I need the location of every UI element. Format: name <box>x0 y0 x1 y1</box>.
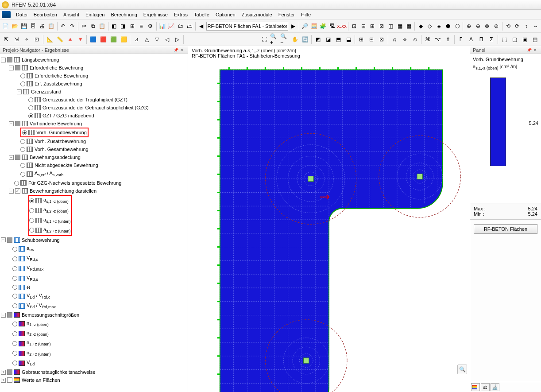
tb-af[interactable]: ⟳ <box>513 21 522 31</box>
radio[interactable] <box>20 139 25 144</box>
radio[interactable] <box>29 228 34 233</box>
tb-p[interactable]: ⊟ <box>359 21 368 31</box>
tree-n2-oben[interactable]: n2,-z (oben) <box>27 329 49 338</box>
app-logo[interactable] <box>2 11 11 18</box>
tb-b[interactable]: ◨ <box>119 21 128 31</box>
t2-ag[interactable]: ▣ <box>520 35 529 44</box>
t2-i[interactable]: 🟦 <box>88 35 98 44</box>
tree-abdeck[interactable]: Bewehrungsabdeckung <box>30 153 81 161</box>
menu-tabelle[interactable]: Tabelle <box>191 11 212 18</box>
undo-icon[interactable]: ↶ <box>59 21 68 31</box>
tree-schub[interactable]: Schubbewehrung <box>22 236 60 244</box>
toggle-icon[interactable]: − <box>9 66 14 70</box>
t2-g[interactable]: 🔺 <box>65 35 75 44</box>
menu-datei[interactable]: Datei <box>13 11 30 18</box>
t2-x[interactable]: ⌘ <box>423 35 433 44</box>
t2-b[interactable]: ⇲ <box>12 35 21 44</box>
menu-extras[interactable]: Extras <box>171 11 190 18</box>
t2-a[interactable]: ⇱ <box>1 35 11 44</box>
t2-view4[interactable]: ⬓ <box>344 35 353 44</box>
tb-ag[interactable]: ↕ <box>522 21 531 31</box>
t2-e[interactable]: 📐 <box>45 35 54 44</box>
t2-j[interactable]: 🟥 <box>98 35 108 44</box>
t2-d[interactable]: ⊡ <box>32 35 42 44</box>
t2-u[interactable]: ⎌ <box>390 35 399 44</box>
tree-asw[interactable]: asw <box>27 244 34 254</box>
tb-g[interactable]: 📈 <box>167 21 176 31</box>
tree-vorh-gesamt[interactable]: Vorh. Gesamtbewehrung <box>35 145 89 153</box>
tree-werte[interactable]: Werte an Flächen <box>22 376 60 384</box>
tb-d[interactable]: ≡ <box>137 21 146 31</box>
tree-theta[interactable]: ϴ <box>27 283 31 291</box>
save-icon[interactable]: 💾 <box>19 21 28 31</box>
panel-tab-2[interactable]: ⚖ <box>481 383 490 391</box>
tb-ab[interactable]: ⊖ <box>474 21 483 31</box>
tree-vorh-grund[interactable]: Vorh. Grundbewehrung <box>36 128 87 136</box>
tb-z[interactable]: ⬡ <box>453 21 462 31</box>
t2-m[interactable]: ⊿ <box>131 35 141 44</box>
tree-vrdc[interactable]: VRd,c <box>27 254 38 264</box>
t2-p[interactable]: ◁ <box>162 35 172 44</box>
menu-ansicht[interactable]: Ansicht <box>61 11 82 18</box>
panel-close-icon[interactable]: ✕ <box>532 47 538 53</box>
tree-erf-grp[interactable]: Erforderliche Bewehrung <box>30 64 83 72</box>
tb-t[interactable]: ▦ <box>395 21 404 31</box>
tb-q[interactable]: ⊞ <box>368 21 377 31</box>
tb-h[interactable]: 🗂 <box>176 21 185 31</box>
checkbox[interactable] <box>7 237 12 243</box>
tb-v[interactable]: ◆ <box>416 21 425 31</box>
tree-gzt[interactable]: Grenzzustände der Tragfähigkeit (GZT) <box>43 96 128 104</box>
module-combo[interactable] <box>206 22 289 31</box>
tree-as2-unten[interactable]: as,2,+z (unten) <box>43 225 70 235</box>
menu-fenster[interactable]: Fenster <box>276 11 298 18</box>
tb-x[interactable]: ◈ <box>435 21 444 31</box>
checkbox[interactable]: ✓ <box>15 188 20 194</box>
t2-z[interactable]: ⇧ <box>443 35 453 44</box>
radio[interactable] <box>28 105 33 110</box>
viewport-tool-icon[interactable]: 🔍 <box>457 365 467 374</box>
t2-zoom-in[interactable]: 🔍+ <box>270 35 279 44</box>
tb-e[interactable]: ⚙ <box>146 21 155 31</box>
radio[interactable] <box>12 256 17 261</box>
radio[interactable] <box>12 247 17 252</box>
tree-vrdmax[interactable]: VRd,max <box>27 264 43 273</box>
checkbox[interactable] <box>7 312 12 318</box>
radio[interactable] <box>29 218 34 223</box>
tree-vrds[interactable]: VRd,s <box>27 274 38 283</box>
tb-f[interactable]: 📊 <box>158 21 167 31</box>
t2-zoom-out[interactable]: 🔍− <box>280 35 290 44</box>
radio[interactable] <box>22 130 27 135</box>
t2-v[interactable]: ⎆ <box>400 35 410 44</box>
tb-a[interactable]: ◧ <box>110 21 119 31</box>
t2-view2[interactable]: ◪ <box>323 35 333 44</box>
toggle-icon[interactable]: + <box>1 378 6 383</box>
t2-s[interactable]: ⊟ <box>367 35 376 44</box>
tree-as-erf[interactable]: As,erf / As,vorh <box>35 169 63 179</box>
navigator-close-icon[interactable]: ✕ <box>179 47 185 53</box>
tb-j[interactable]: 🔎 <box>301 21 309 31</box>
tb-s[interactable]: ◫ <box>386 21 395 31</box>
tb-ae[interactable]: ⟲ <box>504 21 513 31</box>
toggle-icon[interactable]: − <box>1 58 6 62</box>
tb-m[interactable]: 🏗 <box>328 21 337 31</box>
radio[interactable] <box>12 303 17 308</box>
radio[interactable] <box>20 82 25 86</box>
copy-icon[interactable]: ⧉ <box>89 21 97 31</box>
saveall-icon[interactable]: 🗄 <box>29 21 38 31</box>
panel-pin-icon[interactable]: 📌 <box>526 47 532 53</box>
tree-bemess[interactable]: Bemessungsschnittgrößen <box>22 311 79 319</box>
radio[interactable] <box>12 322 17 326</box>
tb-y[interactable]: ⬢ <box>444 21 452 31</box>
tree-n1-unten[interactable]: n1,+z (unten) <box>27 338 50 348</box>
t2-ab[interactable]: Λ <box>466 35 476 44</box>
tree-grenz[interactable]: Grenzzustand <box>31 88 61 96</box>
menu-ergebnisse[interactable]: Ergebnisse <box>141 11 170 18</box>
print-icon[interactable]: 🖨 <box>38 21 47 31</box>
radio[interactable] <box>12 276 17 281</box>
tb-n[interactable]: x.xx <box>337 21 347 31</box>
tb-i[interactable]: 🗃 <box>185 21 194 31</box>
viewport-canvas[interactable] <box>188 60 470 392</box>
navigator-tree[interactable]: −Längsbewehrung −Erforderliche Bewehrung… <box>0 54 188 392</box>
tree-vorh-grp[interactable]: Vorhandene Bewehrung <box>30 120 82 128</box>
cut-icon[interactable]: ✂ <box>80 21 89 31</box>
